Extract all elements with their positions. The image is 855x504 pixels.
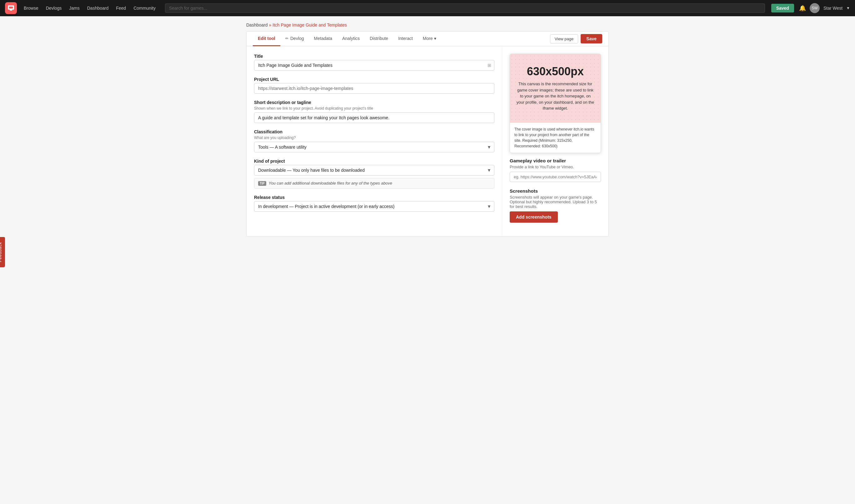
classification-label: Classification — [254, 129, 494, 134]
url-input[interactable] — [254, 83, 494, 94]
tab-metadata[interactable]: Metadata — [309, 32, 337, 46]
notifications-icon[interactable]: 🔔 — [799, 5, 806, 12]
classification-select-wrap: Tools — A software utility ▼ — [254, 142, 494, 152]
title-label: Title — [254, 54, 494, 59]
add-screenshots-button[interactable]: Add screenshots — [510, 211, 558, 223]
nav-browse[interactable]: Browse — [21, 4, 41, 13]
tip-label: TIP — [258, 181, 266, 186]
tab-edit-tool-label: Edit tool — [258, 36, 275, 41]
tab-analytics[interactable]: Analytics — [337, 32, 365, 46]
release-label: Release status — [254, 195, 494, 200]
video-sublabel: Provide a link to YouTube or Vimeo. — [510, 165, 601, 169]
kind-select-wrap: Downloadable — You only have files to be… — [254, 165, 494, 176]
svg-rect-2 — [10, 10, 12, 11]
svg-rect-1 — [9, 6, 13, 8]
tab-metadata-label: Metadata — [314, 36, 332, 41]
navbar: Browse Devlogs Jams Dashboard Feed Commu… — [0, 0, 855, 16]
tab-distribute-label: Distribute — [370, 36, 388, 41]
breadcrumb: Dashboard » Itch Page Image Guide and Te… — [246, 22, 609, 28]
release-select-wrap: In development — Project is in active de… — [254, 201, 494, 212]
desc-input[interactable] — [254, 112, 494, 123]
nav-devlogs[interactable]: Devlogs — [43, 4, 65, 13]
main-wrapper: Dashboard » Itch Page Image Guide and Te… — [240, 16, 615, 243]
tab-more[interactable]: More ▾ — [418, 32, 441, 46]
tabs: Edit tool ✏ Devlog Metadata Analytics Di… — [247, 32, 608, 46]
screenshots-section: Screenshots Screenshots will appear on y… — [510, 188, 601, 223]
search-bar — [165, 3, 765, 13]
kind-field-group: Kind of project Downloadable — You only … — [254, 159, 494, 188]
logo[interactable] — [5, 2, 17, 14]
nav-feed[interactable]: Feed — [113, 4, 129, 13]
form-left: Title ⊞ Project URL Short description or… — [247, 46, 502, 236]
tab-interact[interactable]: Interact — [393, 32, 418, 46]
search-input[interactable] — [165, 3, 765, 13]
tab-devlog-label: Devlog — [290, 36, 304, 41]
screenshots-label: Screenshots — [510, 188, 601, 194]
tab-analytics-label: Analytics — [342, 36, 360, 41]
classification-select[interactable]: Tools — A software utility — [254, 142, 494, 152]
cover-note: The cover image is used whenever itch.io… — [510, 123, 600, 153]
desc-field-group: Short description or tagline Shown when … — [254, 100, 494, 123]
form-right: 630x500px This canvas is the recommended… — [502, 46, 608, 236]
kind-select[interactable]: Downloadable — You only have files to be… — [254, 165, 494, 176]
tab-more-label: More ▾ — [423, 36, 436, 41]
cover-canvas: 630x500px This canvas is the recommended… — [510, 54, 600, 123]
user-name: Star West — [823, 6, 842, 11]
breadcrumb-page: Itch Page Image Guide and Templates — [273, 22, 347, 28]
title-icon: ⊞ — [488, 63, 491, 68]
title-input[interactable] — [254, 60, 494, 71]
title-field-group: Title ⊞ — [254, 54, 494, 71]
release-field-group: Release status In development — Project … — [254, 195, 494, 212]
form-area: Title ⊞ Project URL Short description or… — [247, 46, 608, 236]
cover-image-popup: 630x500px This canvas is the recommended… — [510, 54, 601, 153]
desc-sublabel: Shown when we link to your project. Avoi… — [254, 106, 494, 110]
video-label: Gameplay video or trailer — [510, 158, 601, 163]
screenshots-sublabel: Screenshots will appear on your game's p… — [510, 195, 601, 209]
breadcrumb-separator: » — [269, 22, 273, 28]
classification-sublabel: What are you uploading? — [254, 136, 494, 140]
release-select[interactable]: In development — Project is in active de… — [254, 201, 494, 212]
user-menu-chevron[interactable]: ▼ — [846, 6, 850, 10]
avatar[interactable]: SW — [810, 3, 820, 13]
video-input[interactable] — [510, 172, 601, 182]
nav-community[interactable]: Community — [130, 4, 159, 13]
tab-devlog[interactable]: ✏ Devlog — [280, 32, 309, 46]
cover-description: This canvas is the recommended size for … — [516, 81, 594, 111]
tab-edit-tool[interactable]: Edit tool — [253, 32, 280, 46]
tip-text: You can add additional downloadable file… — [269, 181, 392, 185]
nav-right: 🔔 SW Star West ▼ — [799, 3, 850, 13]
tab-interact-label: Interact — [398, 36, 413, 41]
title-input-wrapper: ⊞ — [254, 60, 494, 71]
tip-box: TIP You can add additional downloadable … — [254, 178, 494, 188]
save-button[interactable]: Save — [581, 34, 602, 43]
devlog-icon: ✏ — [285, 36, 289, 41]
nav-dashboard[interactable]: Dashboard — [84, 4, 112, 13]
saved-badge: Saved — [771, 4, 794, 13]
kind-label: Kind of project — [254, 159, 494, 164]
tab-distribute[interactable]: Distribute — [365, 32, 393, 46]
view-page-button[interactable]: View page — [550, 34, 578, 43]
classification-field-group: Classification What are you uploading? T… — [254, 129, 494, 152]
breadcrumb-dashboard[interactable]: Dashboard — [246, 22, 268, 28]
url-field-group: Project URL — [254, 77, 494, 94]
nav-jams[interactable]: Jams — [66, 4, 83, 13]
desc-label: Short description or tagline — [254, 100, 494, 105]
feedback-tab[interactable]: Feedback — [0, 237, 5, 243]
content-card: Edit tool ✏ Devlog Metadata Analytics Di… — [246, 31, 609, 237]
url-label: Project URL — [254, 77, 494, 82]
video-section: Gameplay video or trailer Provide a link… — [510, 158, 601, 182]
cover-size-text: 630x500px — [527, 65, 584, 78]
feedback-label: Feedback — [0, 242, 2, 243]
